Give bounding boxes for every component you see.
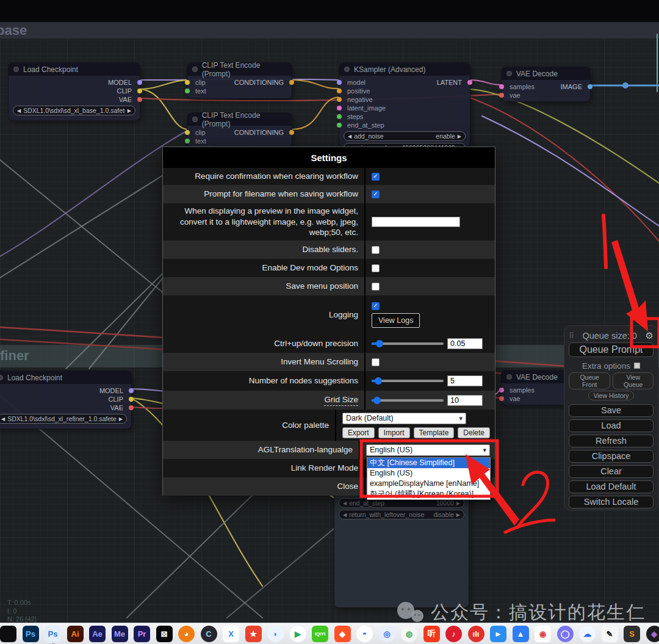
invert-scroll-checkbox[interactable] (372, 358, 380, 366)
next-arrow-icon[interactable]: ▶ (119, 416, 123, 422)
view-logs-button[interactable]: View Logs (372, 313, 420, 328)
ckpt-name-widget[interactable]: ◀ SDXL1.0\sdxl\sd_xl_base_1.0.safetensor… (13, 106, 135, 115)
taskbar-icon[interactable]: ★ (245, 626, 262, 642)
taskbar-icon[interactable] (0, 626, 16, 642)
slider-thumb[interactable] (375, 377, 382, 385)
ckpt-name-widget[interactable]: ◀ SDXL1.0\sdxl\sd_xl_refiner_1.0.safeten… (0, 414, 127, 424)
taskbar-icon[interactable]: ▲ (513, 626, 529, 642)
clipspace-button[interactable]: Clipspace (569, 450, 654, 463)
taskbar-icon[interactable]: ıIı (468, 626, 484, 642)
view-queue-button[interactable]: View Queue (613, 372, 654, 389)
next-arrow-icon[interactable]: ▶ (456, 512, 460, 518)
node-clip-text-encode-2[interactable]: CLIP Text Encode (Prompt) clip text COND… (187, 113, 292, 147)
slot-dot[interactable] (137, 89, 142, 93)
slot-dot[interactable] (185, 89, 190, 93)
refresh-button[interactable]: Refresh (569, 435, 654, 447)
view-history-button[interactable]: View History (588, 391, 633, 400)
node-vae-decode-top[interactable]: VAE Decode samples vae IMAGE (502, 67, 590, 101)
taskbar-icon[interactable]: ◓ (356, 626, 373, 642)
taskbar-icon[interactable]: ◗ (267, 626, 284, 642)
taskbar-icon[interactable]: iQIYI (312, 626, 328, 642)
grid-size-input[interactable] (447, 395, 483, 406)
grid-size-slider[interactable] (372, 396, 444, 405)
taskbar-icon[interactable]: Ps (23, 626, 39, 642)
return-with-leftover-noise-widget[interactable]: ◀ return_with_leftover_noise disable ▶ (339, 510, 464, 519)
taskbar-icon[interactable]: C (201, 626, 217, 642)
ctrl-precision-slider[interactable] (372, 339, 444, 348)
node-ksampler-refiner[interactable]: ◀ end_at_step 10000 ▶ ◀ return_with_left… (334, 481, 469, 607)
clear-button[interactable]: Clear (569, 465, 654, 478)
taskbar-icon[interactable]: ☁ (579, 626, 596, 642)
taskbar-icon[interactable]: X (223, 626, 239, 642)
collapse-dot-icon[interactable] (192, 117, 198, 122)
taskbar-icon[interactable]: Ai (67, 626, 84, 642)
slot-dot[interactable] (137, 97, 142, 102)
palette-export-button[interactable]: Export (342, 427, 375, 438)
dropdown-option-example[interactable]: exampleDisplayName [enName] (367, 479, 490, 489)
slot-dot[interactable] (129, 388, 134, 393)
slot-dot[interactable] (129, 397, 134, 402)
load-button[interactable]: Load (569, 419, 654, 432)
slot-dot[interactable] (499, 396, 504, 401)
slider-thumb[interactable] (376, 340, 383, 347)
slot-dot[interactable] (337, 89, 342, 93)
node-clip-text-encode-1[interactable]: CLIP Text Encode (Prompt) clip text COND… (187, 63, 292, 98)
next-arrow-icon[interactable]: ▶ (128, 108, 131, 114)
node-titlebar[interactable]: Load Checkpoint (9, 63, 140, 76)
taskbar-icon[interactable]: ◎ (379, 626, 395, 642)
slot-dot[interactable] (185, 130, 190, 135)
save-menu-position-checkbox[interactable] (372, 283, 380, 291)
next-arrow-icon[interactable]: ▶ (456, 501, 460, 506)
nodes-suggestions-slider[interactable] (372, 377, 444, 385)
slot-dot[interactable] (467, 80, 472, 85)
node-ksampler-advanced[interactable]: KSampler (Advanced) model positive negat… (339, 63, 470, 147)
taskbar-icon[interactable]: ► (490, 626, 506, 642)
taskbar-icon[interactable]: ♪ (445, 626, 462, 642)
slot-dot[interactable] (337, 123, 342, 128)
nodes-suggestions-input[interactable] (447, 375, 483, 386)
slot-dot[interactable] (499, 388, 504, 393)
prev-arrow-icon[interactable]: ◀ (1, 416, 5, 422)
dropdown-option-chinese[interactable]: 中文 [Chinese Simplified] (367, 458, 490, 468)
taskbar-icon[interactable]: Ae (89, 626, 106, 642)
taskbar-icon[interactable]: ✎ (602, 626, 618, 642)
palette-template-button[interactable]: Template (414, 427, 455, 438)
slot-dot[interactable] (337, 97, 342, 102)
slot-dot[interactable] (185, 80, 190, 85)
taskbar-icon[interactable]: ◯ (557, 626, 574, 642)
collapse-dot-icon[interactable] (13, 67, 19, 72)
settings-gear-icon[interactable]: ⚙ (646, 330, 654, 341)
taskbar-icon[interactable]: ◆ (334, 626, 351, 642)
taskbar-icon[interactable]: 听 (423, 626, 440, 642)
taskbar-icon[interactable]: ⊠ (156, 626, 173, 642)
prev-arrow-icon[interactable]: ◀ (348, 134, 351, 139)
prompt-filename-checkbox[interactable] (372, 190, 380, 198)
collapse-dot-icon[interactable] (506, 374, 512, 380)
load-default-button[interactable]: Load Default (569, 480, 654, 493)
switch-locale-button[interactable]: Switch Locale (569, 496, 654, 508)
queue-front-button[interactable]: Queue Front (569, 372, 610, 389)
close-button[interactable]: Close (163, 477, 364, 496)
slot-dot[interactable] (129, 405, 134, 410)
queue-prompt-button[interactable]: Queue Prompt (569, 342, 654, 357)
prev-arrow-icon[interactable]: ◀ (343, 512, 347, 518)
taskbar-icon[interactable]: ◉ (535, 626, 551, 642)
slot-dot[interactable] (337, 80, 342, 85)
taskbar-icon[interactable]: S (624, 626, 640, 642)
slot-dot[interactable] (289, 130, 294, 135)
slot-dot[interactable] (588, 84, 592, 89)
slot-dot[interactable] (289, 80, 294, 85)
taskbar-icon[interactable]: Ps (45, 626, 61, 642)
slot-dot[interactable] (185, 139, 190, 143)
slot-dot[interactable] (499, 93, 504, 98)
slot-dot[interactable] (337, 106, 342, 110)
next-arrow-icon[interactable]: ▶ (458, 134, 461, 139)
taskbar-icon[interactable]: Pr (134, 626, 150, 642)
preview-convert-input[interactable] (372, 217, 460, 227)
dropdown-option-korean[interactable]: 한국어 (韓國) [Korean (Korea)] (367, 489, 490, 499)
slot-dot[interactable] (499, 84, 504, 89)
taskbar-icon[interactable]: ◕ (178, 626, 195, 642)
node-load-checkpoint-refiner[interactable]: Load Checkpoint MODEL CLIP VAE ◀ SDXL1.0… (0, 371, 131, 429)
node-load-checkpoint-base[interactable]: Load Checkpoint MODEL CLIP VAE ◀ SDXL1.0… (9, 63, 140, 120)
confirm-clear-checkbox[interactable] (372, 173, 380, 181)
